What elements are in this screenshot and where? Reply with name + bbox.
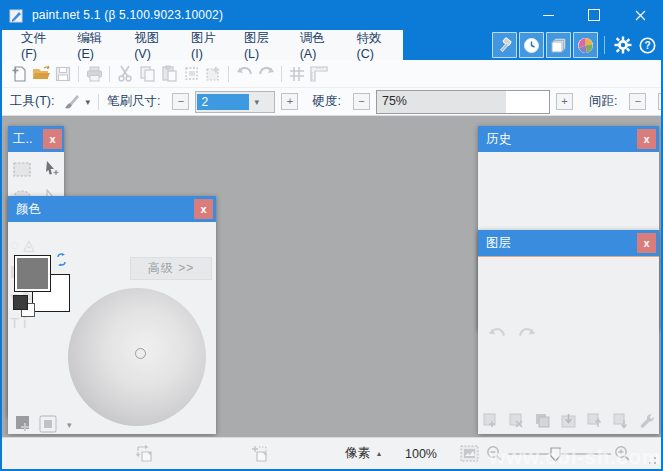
move-layer-up-button[interactable] [586, 412, 603, 432]
colors-panel: 颜色 x ◌ ◬▩ ◈▾ ✎T i 高级 >> [8, 196, 216, 434]
toggle-layers-button[interactable] [546, 32, 571, 58]
history-panel-close-button[interactable]: x [637, 129, 656, 149]
redo-ghost-icon [516, 327, 538, 343]
move-layer-down-button[interactable] [612, 412, 629, 432]
copy-button[interactable] [136, 63, 158, 85]
layers-panel-close-button[interactable]: x [637, 233, 656, 253]
current-tool-button[interactable] [60, 91, 82, 113]
menu-layers[interactable]: 图层(L) [233, 30, 289, 60]
menu-edit[interactable]: 编辑(E) [66, 30, 123, 60]
colors-panel-titlebar[interactable]: 颜色 x [8, 196, 216, 222]
zoom-in-button[interactable] [614, 438, 631, 469]
spacing-label: 间距: [589, 93, 617, 110]
app-logo-icon [9, 8, 24, 23]
toolbar-separator [78, 66, 79, 82]
help-icon: ? [639, 37, 656, 54]
toolbar-separator [98, 94, 99, 110]
tools-panel-titlebar[interactable]: 工.. x [8, 126, 64, 152]
print-button[interactable] [83, 63, 105, 85]
hardness-increase-button[interactable]: + [556, 93, 573, 110]
layers-panel-titlebar[interactable]: 图层 x [478, 230, 659, 257]
toolbar-separator [228, 66, 229, 82]
chevron-down-icon: ▾ [254, 97, 259, 107]
menu-file[interactable]: 文件(F) [10, 30, 66, 60]
redo-icon [257, 66, 276, 81]
delete-layer-button[interactable] [508, 412, 525, 432]
merge-layer-down-button[interactable] [560, 412, 577, 432]
menu-view[interactable]: 视图(V) [123, 30, 180, 60]
open-folder-icon [32, 65, 51, 82]
undo-button[interactable] [233, 63, 255, 85]
palette-options-button[interactable] [39, 415, 57, 436]
hardness-slider-input[interactable]: 75% [376, 90, 550, 114]
advanced-colors-button[interactable]: 高级 >> [130, 257, 212, 280]
utility-separator [604, 36, 605, 54]
cut-button[interactable] [114, 63, 136, 85]
toggle-colors-button[interactable] [573, 32, 598, 58]
rectangle-select-tool[interactable] [10, 157, 34, 181]
menu-effects[interactable]: 特效(C) [346, 30, 403, 60]
tool-dropdown-caret[interactable]: ▾ [85, 97, 90, 107]
maximize-button[interactable] [571, 0, 617, 30]
settings-button[interactable] [611, 33, 634, 57]
ruler-icon [310, 66, 328, 82]
move-selection-tool[interactable] [40, 157, 64, 181]
grid-button[interactable] [286, 63, 308, 85]
zoom-slider-thumb[interactable] [550, 447, 561, 462]
toolbar-separator [109, 66, 110, 82]
zoom-out-button[interactable] [486, 438, 503, 469]
palette-dropdown-caret[interactable]: ▾ [67, 420, 72, 430]
close-button[interactable] [617, 0, 663, 30]
colors-panel-close-button[interactable]: x [194, 199, 213, 219]
deselect-button[interactable] [202, 63, 224, 85]
zoom-to-window-button[interactable] [460, 438, 479, 469]
zoom-level[interactable]: 100% [405, 438, 437, 469]
save-floppy-icon [55, 66, 71, 82]
hardness-decrease-button[interactable]: − [353, 93, 370, 110]
reset-colors-swatches[interactable] [13, 295, 35, 317]
add-to-palette-button[interactable] [15, 415, 33, 436]
deselect-icon [205, 65, 222, 82]
crop-button[interactable] [180, 63, 202, 85]
primary-color-swatch[interactable] [14, 255, 51, 292]
tools-hammer-icon [496, 37, 513, 54]
save-button[interactable] [52, 63, 74, 85]
tools-panel-title: 工.. [13, 131, 32, 148]
swap-colors-icon[interactable] [55, 253, 68, 266]
toggle-history-button[interactable] [519, 32, 544, 58]
add-layer-button[interactable] [482, 412, 499, 432]
resize-grip[interactable] [645, 453, 658, 466]
title-bar[interactable]: paint.net 5.1 (β 5.100.9023.10002) [0, 0, 663, 30]
open-file-button[interactable] [30, 63, 52, 85]
menu-adjustments[interactable]: 调色(A) [289, 30, 346, 60]
window-border-left [0, 0, 2, 471]
history-panel-titlebar[interactable]: 历史 x [478, 126, 659, 152]
brush-size-label: 笔刷尺寸: [107, 93, 160, 110]
main-toolbar [2, 60, 661, 88]
redo-button[interactable] [255, 63, 277, 85]
help-button[interactable]: ? [636, 33, 659, 57]
menu-image[interactable]: 图片(I) [180, 30, 233, 60]
unit-selector[interactable]: 像素 ▴ [345, 438, 381, 469]
new-file-button[interactable] [8, 63, 30, 85]
layers-list[interactable] [478, 257, 659, 407]
cursor-position-icon [250, 444, 269, 463]
hardness-label: 硬度: [312, 93, 340, 110]
spacing-decrease-button[interactable]: − [629, 93, 646, 110]
duplicate-layer-button[interactable] [534, 412, 551, 432]
brush-size-combobox[interactable]: 2 ▾ [195, 91, 275, 113]
grid-icon [289, 66, 305, 82]
paintnet-window: paint.net 5.1 (β 5.100.9023.10002) 文件(F)… [0, 0, 663, 471]
toggle-tools-button[interactable] [492, 32, 517, 58]
colors-wheel-icon [577, 37, 594, 54]
paste-button[interactable] [158, 63, 180, 85]
minimize-button[interactable] [525, 0, 571, 30]
undo-icon [235, 66, 254, 81]
brush-size-increase-button[interactable]: + [281, 93, 298, 110]
tools-panel-close-button[interactable]: x [43, 129, 62, 149]
layer-properties-button[interactable] [638, 412, 655, 432]
brush-size-decrease-button[interactable]: − [172, 93, 189, 110]
ruler-button[interactable] [308, 63, 330, 85]
layers-panel-title: 图层 [486, 235, 511, 252]
color-wheel-selector[interactable] [135, 348, 146, 359]
